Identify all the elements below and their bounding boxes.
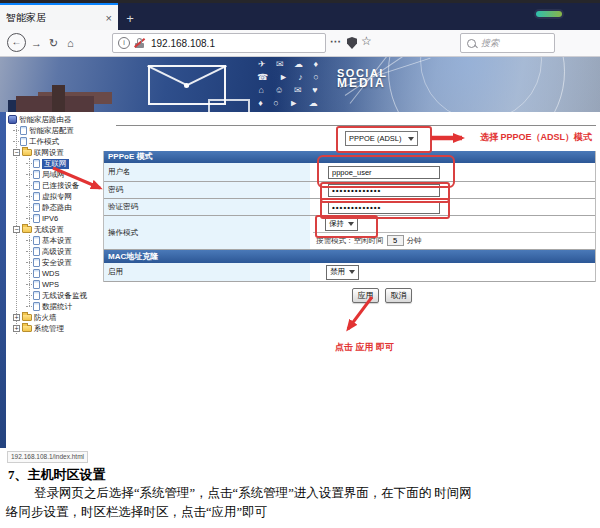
enable-label: 启用	[104, 263, 313, 281]
tree-item-smart-home-config[interactable]: 智能家居配置	[6, 125, 103, 136]
page-icon	[33, 170, 40, 179]
close-tab-icon[interactable]: ×	[106, 12, 112, 24]
page-icon	[33, 247, 40, 256]
tree-item-advanced-settings[interactable]: 高级设置	[6, 246, 103, 257]
collapse-icon[interactable]	[13, 149, 20, 156]
page-icon	[33, 302, 40, 311]
banner-image: ✈ ✉ ☁ ♦ ☎ ► ♪ ○ ⌂ ☺ ✉ ♥ ♦ ○ ► ☁ SOCIAL M…	[0, 57, 600, 112]
tree-folder-network-settings[interactable]: 联网设置	[6, 147, 103, 158]
tree-item-wds[interactable]: WDS	[6, 268, 103, 279]
tree-item-data-statistics[interactable]: 数据统计	[6, 301, 103, 312]
new-tab-button[interactable]: +	[123, 11, 137, 27]
expand-icon[interactable]	[13, 325, 20, 332]
page-icon	[33, 236, 40, 245]
indicator-pill	[536, 11, 562, 17]
search-icon	[467, 39, 476, 48]
search-placeholder: 搜索	[481, 37, 499, 50]
tree-item-ipv6[interactable]: IPV6	[6, 213, 103, 224]
tab-bar: 智能家居 × +	[0, 3, 600, 30]
tree-item-vpn[interactable]: 虚拟专网	[6, 191, 103, 202]
status-link-preview: 192.168.108.1/index.html	[7, 451, 88, 463]
page-icon	[33, 280, 40, 289]
tree-item-basic-settings[interactable]: 基本设置	[6, 235, 103, 246]
reload-button[interactable]: ↻	[49, 36, 58, 50]
folder-icon	[22, 149, 32, 156]
idle-time-input[interactable]	[387, 235, 404, 246]
annotation-box-mode-select	[336, 126, 432, 153]
chevron-down-icon	[349, 270, 355, 274]
annotation-click-apply-text: 点击 应用 即可	[335, 341, 394, 354]
page-icon	[33, 159, 40, 168]
tree-item-wps[interactable]: WPS	[6, 279, 103, 290]
forward-button[interactable]: →	[31, 36, 42, 50]
router-icon	[8, 115, 17, 124]
page-icon	[33, 192, 40, 201]
tree-item-work-mode[interactable]: 工作模式	[6, 136, 103, 147]
page-icon	[33, 269, 40, 278]
sidebar-tree: 智能家居路由器 智能家居配置 工作模式 联网设置 互联网 局域网 已连接设备 虚…	[6, 114, 103, 340]
page-icon	[33, 203, 40, 212]
verify-password-label: 验证密码	[104, 199, 313, 215]
url-text: 192.168.108.1	[151, 38, 215, 49]
cancel-button[interactable]: 取消	[385, 288, 412, 303]
page-icon	[20, 137, 27, 146]
tree-root-router[interactable]: 智能家居路由器	[6, 114, 103, 125]
home-button[interactable]: ⌂	[67, 36, 74, 50]
url-bar[interactable]: i 192.168.108.1	[112, 33, 326, 53]
operation-mode-label: 操作模式	[104, 216, 313, 249]
tree-folder-wireless-settings[interactable]: 无线设置	[6, 224, 103, 235]
doc-heading: 7、主机时区设置	[8, 466, 106, 484]
apply-button[interactable]: 应用	[352, 288, 379, 303]
tree-item-connected-devices[interactable]: 已连接设备	[6, 180, 103, 191]
info-icon[interactable]: i	[118, 37, 130, 49]
page-icon	[20, 126, 27, 135]
enable-select[interactable]: 禁用	[326, 265, 359, 280]
folder-icon	[22, 226, 32, 233]
page-actions-icon[interactable]: ⋯	[330, 35, 342, 48]
expand-icon[interactable]	[13, 314, 20, 321]
tree-item-lan[interactable]: 局域网	[6, 169, 103, 180]
tree-item-internet[interactable]: 互联网	[6, 158, 103, 169]
browser-tab[interactable]: 智能家居 ×	[0, 3, 118, 30]
back-button[interactable]: ←	[7, 33, 26, 52]
tree-item-wireless-monitor[interactable]: 无线设备监视	[6, 290, 103, 301]
tree-folder-system-management[interactable]: 系统管理	[6, 323, 103, 334]
page-icon	[33, 181, 40, 190]
banner-tower	[52, 85, 65, 112]
doc-paragraph-line2: 络同步设置，时区栏选择时区，点击“应用”即可	[6, 504, 267, 521]
folder-icon	[22, 325, 32, 332]
table-row-enable: 启用 禁用	[104, 263, 595, 282]
screenshot-root: 智能家居 × + ← → ↻ ⌂ i 192.168.108.1 ⋯ ☆ 搜索 …	[0, 0, 600, 528]
insecure-lock-icon	[135, 38, 144, 48]
tree-folder-firewall[interactable]: 防火墙	[6, 312, 103, 323]
password-label: 密码	[104, 182, 313, 198]
tab-title: 智能家居	[6, 11, 102, 25]
page-icon	[33, 291, 40, 300]
page-icon	[33, 258, 40, 267]
tree-item-security-settings[interactable]: 安全设置	[6, 257, 103, 268]
collapse-icon[interactable]	[13, 226, 20, 233]
folder-icon	[22, 314, 32, 321]
mac-clone-section-header: MAC地址克隆	[104, 250, 595, 263]
username-label: 用户名	[104, 163, 313, 181]
annotation-select-mode-text: 选择 PPPOE（ADSL）模式	[480, 131, 592, 144]
social-icons-cloud: ✈ ✉ ☁ ♦ ☎ ► ♪ ○ ⌂ ☺ ✉ ♥ ♦ ○ ► ☁	[238, 58, 342, 112]
tree-item-static-routing[interactable]: 静态路由	[6, 202, 103, 213]
page-icon	[33, 214, 40, 223]
search-box[interactable]: 搜索	[460, 33, 555, 53]
annotation-box-keepalive	[315, 215, 378, 238]
minutes-label: 分钟	[407, 236, 422, 246]
bookmark-star-icon[interactable]: ☆	[361, 34, 372, 48]
doc-paragraph-line1: 登录网页之后选择“系统管理”，点击“系统管理”进入设置界面，在下面的 时间网	[34, 485, 472, 502]
